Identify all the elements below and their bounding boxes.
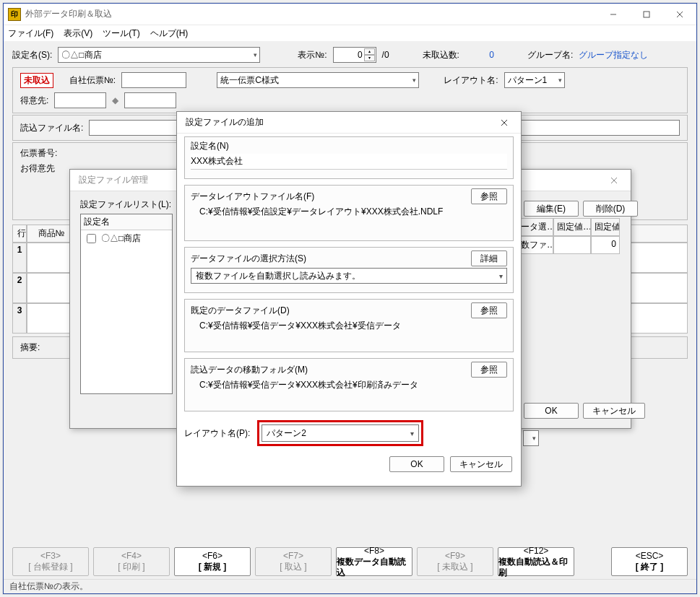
menu-file[interactable]: ファイル(F) bbox=[8, 27, 53, 40]
dialog-title: 設定ファイル管理 bbox=[79, 174, 148, 186]
ok-button[interactable]: OK bbox=[524, 403, 579, 419]
browse-button[interactable]: 参照 bbox=[471, 302, 507, 318]
own-slip-input[interactable] bbox=[121, 72, 186, 88]
layout-name-label: レイアウト名(P): bbox=[184, 427, 250, 440]
move-folder-path: C:¥受信情報¥受信データ¥XXX株式会社¥印刷済みデータ bbox=[191, 378, 507, 391]
menu-help[interactable]: ヘルプ(H) bbox=[150, 27, 189, 40]
cell bbox=[553, 236, 591, 254]
setting-name-label: 設定名(N) bbox=[191, 140, 507, 152]
default-data-label: 既定のデータファイル(D) bbox=[191, 305, 290, 317]
cell: 数ファ… bbox=[517, 236, 553, 254]
row-number: 2 bbox=[12, 273, 27, 303]
own-slip-label: 自社伝票№: bbox=[69, 74, 116, 87]
status-bar: 自社伝票№の表示。 bbox=[4, 579, 696, 593]
f8-button[interactable]: <F8>複数データ自動読込 bbox=[336, 547, 412, 576]
minimize-button[interactable] bbox=[597, 4, 630, 25]
datafile-method-select[interactable]: 複数ファイルを自動選択し読み込みます。 ▾ bbox=[191, 268, 507, 284]
window-title: 外部データ印刷＆取込 bbox=[25, 8, 112, 20]
layout-name-combo[interactable]: パターン2 ▾ bbox=[262, 424, 419, 442]
setting-name-combo[interactable]: 〇△□商店 ▾ bbox=[58, 47, 260, 63]
f6-button[interactable]: <F6>[ 新規 ] bbox=[174, 547, 251, 576]
f3-button[interactable]: <F3>[ 台帳登録 ] bbox=[12, 547, 89, 576]
diamond-icon: ◆ bbox=[112, 95, 118, 105]
move-folder-label: 読込データの移動フォルダ(M) bbox=[191, 364, 308, 376]
customer-sub-input[interactable] bbox=[124, 92, 176, 108]
f9-button[interactable]: <F9>[ 未取込 ] bbox=[417, 547, 493, 576]
layout-file-label: データレイアウトファイル名(F) bbox=[191, 191, 314, 203]
unimported-value: 0 bbox=[465, 50, 494, 60]
list-item-checkbox[interactable] bbox=[87, 234, 96, 243]
app-icon: 印 bbox=[8, 8, 21, 21]
maximize-button[interactable] bbox=[630, 4, 663, 25]
group-label: グループ名: bbox=[527, 49, 573, 61]
list-item[interactable]: 〇△□商店 bbox=[81, 230, 172, 247]
list-item-label: 〇△□商店 bbox=[101, 232, 141, 245]
layout-file-path: C:¥受信情報¥受信設定¥データレイアウト¥XXX株式会社.NDLF bbox=[191, 204, 507, 218]
menubar: ファイル(F) 表示(V) ツール(T) ヘルプ(H) bbox=[4, 25, 696, 41]
row-number: 3 bbox=[12, 303, 27, 334]
unimported-stamp: 未取込 bbox=[20, 73, 53, 88]
setting-name-label: 設定名(S): bbox=[12, 49, 52, 61]
chevron-down-icon: ▾ bbox=[532, 435, 536, 442]
spinner-icon[interactable]: ▴▾ bbox=[364, 48, 375, 61]
row-number: 1 bbox=[12, 243, 27, 273]
menu-tool[interactable]: ツール(T) bbox=[103, 27, 139, 40]
svg-rect-1 bbox=[644, 12, 649, 17]
format-value: 統一伝票C様式 bbox=[220, 74, 279, 87]
cancel-button[interactable]: キャンセル bbox=[450, 456, 512, 472]
datafile-method-value: 複数ファイルを自動選択し読み込みます。 bbox=[196, 270, 360, 282]
chevron-down-icon: ▾ bbox=[254, 51, 257, 58]
layout-value: パターン1 bbox=[508, 74, 548, 87]
f7-button[interactable]: <F7>[ 取込 ] bbox=[255, 547, 332, 576]
chevron-down-icon: ▾ bbox=[499, 272, 503, 280]
cell: 0 bbox=[591, 236, 620, 254]
format-combo[interactable]: 統一伝票C様式 ▾ bbox=[217, 72, 419, 88]
default-data-path: C:¥受信情報¥受信データ¥XXX株式会社¥受信データ bbox=[191, 318, 507, 332]
ok-button[interactable]: OK bbox=[389, 456, 444, 472]
display-no-value: 0 bbox=[358, 50, 363, 60]
col-header: 固定値 bbox=[591, 218, 620, 236]
display-no-label: 表示№: bbox=[298, 49, 327, 61]
f12-button[interactable]: <F12>複数自動読込＆印刷 bbox=[498, 547, 574, 576]
display-no-input[interactable]: 0 ▴▾ bbox=[333, 47, 376, 63]
combo-fragment[interactable]: ▾ bbox=[523, 430, 539, 448]
customer-code-input[interactable] bbox=[54, 92, 106, 108]
summary-label: 摘要: bbox=[20, 341, 40, 354]
group-link[interactable]: グループ指定なし bbox=[579, 49, 648, 61]
detail-button[interactable]: 詳細 bbox=[471, 250, 507, 266]
chevron-down-icon: ▾ bbox=[412, 77, 416, 84]
customer-label: 得意先: bbox=[20, 95, 48, 107]
list-header: 設定名 bbox=[81, 214, 172, 230]
grid-col-item: 商品№ bbox=[27, 225, 76, 243]
cancel-button[interactable]: キャンセル bbox=[583, 403, 645, 419]
esc-button[interactable]: <ESC>[ 終了 ] bbox=[611, 547, 688, 576]
settings-listbox[interactable]: 設定名 〇△□商店 bbox=[80, 214, 173, 394]
col-header: ータ選… bbox=[517, 218, 553, 236]
setting-name-value: 〇△□商店 bbox=[61, 49, 101, 61]
dialog-title: 設定ファイルの追加 bbox=[186, 116, 264, 128]
f4-button[interactable]: <F4>[ 印刷 ] bbox=[93, 547, 170, 576]
readfile-label: 読込ファイル名: bbox=[20, 122, 83, 134]
edit-button[interactable]: 編集(E) bbox=[524, 201, 579, 217]
add-settings-dialog: 設定ファイルの追加 設定名(N) XXX株式会社 データレイアウトファイル名(F… bbox=[176, 111, 522, 487]
layout-combo[interactable]: パターン1 ▾ bbox=[504, 72, 565, 88]
menu-view[interactable]: 表示(V) bbox=[64, 27, 92, 40]
col-header: 固定値… bbox=[553, 218, 591, 236]
close-icon[interactable] bbox=[597, 170, 631, 191]
close-button[interactable] bbox=[663, 4, 696, 25]
delete-button[interactable]: 削除(D) bbox=[583, 201, 638, 217]
customer2-label: お得意先 bbox=[20, 162, 55, 175]
grid-col-row: 行 bbox=[12, 225, 27, 243]
unimported-label: 未取込数: bbox=[423, 49, 459, 61]
browse-button[interactable]: 参照 bbox=[471, 188, 507, 204]
browse-button[interactable]: 参照 bbox=[471, 362, 507, 378]
chevron-down-icon: ▾ bbox=[558, 77, 562, 84]
layout-label: レイアウト名: bbox=[444, 74, 498, 87]
titlebar: 印 外部データ印刷＆取込 bbox=[4, 4, 696, 25]
chevron-down-icon: ▾ bbox=[410, 430, 414, 437]
slip-no-label: 伝票番号: bbox=[20, 147, 57, 160]
setting-name-field[interactable]: XXX株式会社 bbox=[191, 154, 507, 170]
close-icon[interactable] bbox=[488, 112, 521, 134]
datafile-method-label: データファイルの選択方法(S) bbox=[191, 253, 306, 265]
function-key-bar: <F3>[ 台帳登録 ] <F4>[ 印刷 ] <F6>[ 新規 ] <F7>[… bbox=[12, 547, 688, 576]
